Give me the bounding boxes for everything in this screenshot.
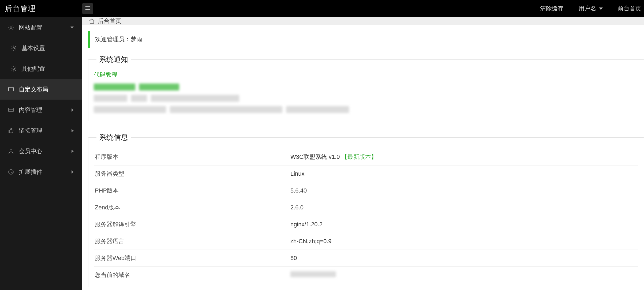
- username-dropdown[interactable]: 用户名: [571, 5, 610, 13]
- sidebar-item-label: 会员中心: [19, 147, 42, 155]
- sidebar-item-custom-layout[interactable]: 自定义布局: [0, 79, 82, 100]
- info-label: Zend版本: [94, 199, 289, 216]
- info-value: nginx/1.20.2: [289, 216, 638, 233]
- svg-point-10: [10, 149, 12, 151]
- gear-icon: [10, 45, 17, 52]
- sidebar-item-other-config[interactable]: 其他配置: [0, 58, 82, 79]
- svg-rect-6: [9, 87, 13, 91]
- table-row: Zend版本 2.6.0: [94, 199, 638, 216]
- svg-rect-8: [9, 108, 13, 112]
- info-value: 80: [289, 250, 638, 267]
- breadcrumb-title: 后台首页: [98, 17, 121, 25]
- redacted-text: [286, 106, 349, 113]
- sidebar-item-label: 链接管理: [19, 127, 42, 135]
- redacted-text: [94, 95, 127, 102]
- notice-row-redacted: [94, 95, 638, 102]
- info-label: 服务器Web端口: [94, 250, 289, 267]
- info-value: Linux: [289, 165, 638, 182]
- table-row: PHP版本 5.6.40: [94, 182, 638, 199]
- info-value: 2.6.0: [289, 199, 638, 216]
- body-wrap: 网站配置 基本设置 其他配置 自定义布局 内容管理: [0, 17, 644, 290]
- info-value: W3C联盟系统 v1.0 【最新版本】: [289, 149, 638, 165]
- panel-system-info: 系统信息 程序版本 W3C联盟系统 v1.0 【最新版本】 服务器类型 Linu…: [88, 133, 644, 287]
- notice-row-redacted: [94, 106, 638, 113]
- redacted-text: [94, 106, 166, 113]
- plugin-icon: [8, 168, 14, 175]
- sidebar-item-label: 内容管理: [19, 106, 42, 114]
- caret-down-icon: [599, 7, 603, 10]
- sidebar-item-label: 扩展插件: [19, 168, 42, 176]
- svg-point-4: [13, 47, 14, 49]
- sidebar-item-basic-settings[interactable]: 基本设置: [0, 38, 82, 58]
- table-row: 服务器Web端口 80: [94, 250, 638, 267]
- table-row: 服务器语言 zh-CN,zh;q=0.9: [94, 233, 638, 250]
- info-label: 服务器语言: [94, 233, 289, 250]
- info-value-text: W3C联盟系统 v1.0: [290, 153, 342, 160]
- redacted-text: [131, 95, 147, 102]
- chevron-right-icon: [72, 150, 74, 153]
- latest-version-badge[interactable]: 【最新版本】: [342, 153, 377, 160]
- chevron-right-icon: [72, 108, 74, 112]
- info-label: 程序版本: [94, 149, 289, 165]
- clear-cache-link[interactable]: 清除缓存: [533, 5, 571, 13]
- gear-icon: [8, 24, 14, 31]
- panel-legend: 系统信息: [96, 133, 131, 142]
- redacted-text: [139, 84, 179, 91]
- sidebar-item-label: 基本设置: [21, 44, 45, 52]
- panel-system-notice: 系统通知 代码教程: [88, 55, 644, 121]
- hamburger-icon: [85, 5, 91, 12]
- table-row: 程序版本 W3C联盟系统 v1.0 【最新版本】: [94, 149, 638, 165]
- welcome-prefix: 欢迎管理员：: [95, 36, 130, 43]
- svg-point-5: [13, 68, 14, 69]
- chevron-down-icon: [70, 27, 74, 29]
- breadcrumb: 后台首页: [82, 17, 644, 25]
- redacted-text: [151, 95, 239, 102]
- sidebar-item-content-mgmt[interactable]: 内容管理: [0, 100, 82, 120]
- redacted-text: [94, 84, 135, 91]
- welcome-name: 梦雨: [130, 36, 142, 43]
- clear-cache-label: 清除缓存: [540, 5, 564, 13]
- main-area: 后台首页 欢迎管理员：梦雨 系统通知 代码教程: [82, 17, 644, 290]
- sidebar: 网站配置 基本设置 其他配置 自定义布局 内容管理: [0, 17, 82, 290]
- thumbs-up-icon: [8, 127, 14, 134]
- chevron-right-icon: [72, 129, 74, 132]
- content-icon: [8, 107, 14, 114]
- sidebar-item-link-mgmt[interactable]: 链接管理: [0, 120, 82, 141]
- welcome-banner: 欢迎管理员：梦雨: [88, 31, 644, 48]
- info-label: PHP版本: [94, 182, 289, 199]
- user-icon: [8, 148, 14, 155]
- info-value: zh-CN,zh;q=0.9: [289, 233, 638, 250]
- table-row: 您当前的域名: [94, 267, 638, 284]
- frontend-link[interactable]: 前台首页: [610, 5, 644, 13]
- system-info-table: 程序版本 W3C联盟系统 v1.0 【最新版本】 服务器类型 Linux PHP…: [94, 149, 638, 283]
- sidebar-item-label: 其他配置: [21, 65, 45, 73]
- table-row: 服务器类型 Linux: [94, 165, 638, 182]
- table-row: 服务器解译引擎 nginx/1.20.2: [94, 216, 638, 233]
- username-label: 用户名: [579, 5, 596, 13]
- frontend-label: 前台首页: [618, 5, 641, 13]
- svg-point-3: [10, 27, 12, 28]
- sidebar-item-label: 网站配置: [19, 24, 42, 32]
- sidebar-item-site-config[interactable]: 网站配置: [0, 17, 82, 38]
- topbar: 后台管理 清除缓存 用户名 前台首页: [0, 0, 644, 17]
- notice-list: 代码教程: [94, 71, 638, 113]
- tutorial-link[interactable]: 代码教程: [94, 71, 638, 79]
- redacted-text: [170, 106, 282, 113]
- info-label: 服务器解译引擎: [94, 216, 289, 233]
- sidebar-toggle-button[interactable]: [82, 3, 93, 14]
- info-label: 服务器类型: [94, 165, 289, 182]
- info-label: 您当前的域名: [94, 267, 289, 284]
- sidebar-item-member-center[interactable]: 会员中心: [0, 141, 82, 161]
- home-icon: [89, 18, 95, 24]
- panel-legend: 系统通知: [96, 55, 131, 64]
- layout-icon: [8, 86, 14, 93]
- sidebar-item-plugins[interactable]: 扩展插件: [0, 161, 82, 182]
- gear-icon: [10, 65, 17, 72]
- chevron-right-icon: [72, 170, 74, 174]
- info-value: [289, 267, 638, 284]
- content-area: 欢迎管理员：梦雨 系统通知 代码教程: [82, 25, 644, 290]
- info-value: 5.6.40: [289, 182, 638, 199]
- notice-row-redacted: [94, 84, 638, 91]
- redacted-text: [290, 271, 336, 277]
- brand-title: 后台管理: [0, 4, 82, 13]
